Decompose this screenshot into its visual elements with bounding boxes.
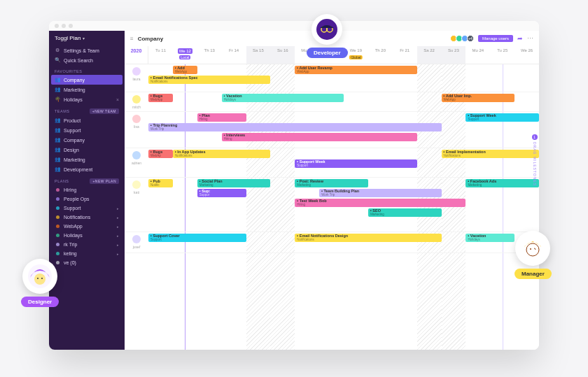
user-name: kati bbox=[134, 190, 139, 194]
task-bar[interactable]: ▪ Add User Imp.WebApp bbox=[442, 94, 515, 102]
task-bar[interactable]: ▪ Facebook AdsMarketing bbox=[465, 179, 539, 187]
sidebar-item-people-ops[interactable]: People Ops bbox=[49, 194, 125, 204]
day-header[interactable]: Su 23 bbox=[442, 46, 466, 64]
persona-manager-label: Manager bbox=[514, 269, 552, 279]
row-user[interactable]: jusef bbox=[125, 232, 148, 252]
task-bar[interactable]: ▪ VacationHolidays bbox=[465, 234, 514, 242]
task-bar[interactable]: ▪ Support CoverSupport bbox=[148, 234, 246, 242]
sidebar-item-rk-trip[interactable]: rk Trip▸ bbox=[49, 240, 125, 249]
workspace-switcher[interactable]: Toggl Plan bbox=[49, 31, 125, 45]
timeline-year[interactable]: 2020 bbox=[125, 46, 148, 64]
task-bar[interactable]: ▪ In App UpdatesNotifications bbox=[173, 150, 271, 158]
sidebar: Toggl Plan ⚙Settings & Team🔍Quick Search… bbox=[49, 31, 125, 350]
sidebar-item-hiring[interactable]: Hiring bbox=[49, 185, 125, 194]
task-bar[interactable]: ▪ Social PlanMarketing bbox=[197, 179, 271, 187]
sidebar-item-label: Support bbox=[64, 206, 81, 211]
sidebar-item-quick-search[interactable]: 🔍Quick Search bbox=[49, 55, 125, 65]
row-lane[interactable]: ▪ PubNotific▪ Social PlanMarketing▪ Post… bbox=[148, 178, 539, 232]
more-button[interactable]: ⋯ bbox=[527, 35, 533, 42]
drag-milestones-hint[interactable]: 1DRAG MILESTONES bbox=[532, 134, 538, 186]
member-avatars[interactable]: +4 bbox=[451, 35, 474, 42]
task-bar[interactable]: ▪ Test Week BobHiring bbox=[295, 199, 465, 207]
sidebar-item-holidays[interactable]: Holidays▸ bbox=[49, 231, 125, 240]
sidebar-item-support[interactable]: Support▸ bbox=[49, 204, 125, 213]
user-name: mitch bbox=[132, 105, 141, 109]
task-bar[interactable]: ▪ Email ImplementationNotifications bbox=[442, 150, 540, 158]
task-subtitle: Notific bbox=[150, 184, 171, 187]
sidebar-item-label: Hiring bbox=[64, 187, 76, 192]
task-bar[interactable]: ▪ Email Notifications SpecNotifications bbox=[148, 76, 270, 84]
sidebar-item-company[interactable]: 👥Company bbox=[49, 135, 125, 145]
day-header[interactable]: We 26 bbox=[514, 46, 539, 64]
task-bar[interactable]: ▪ BugsWebAp bbox=[148, 150, 173, 158]
day-header[interactable]: Tu 11 bbox=[148, 46, 173, 64]
task-bar[interactable]: ▪ VacationHolidays bbox=[222, 94, 344, 102]
sidebar-item-notifications[interactable]: Notifications▸ bbox=[49, 213, 125, 222]
row-user[interactable]: mitch bbox=[125, 92, 148, 111]
plan-icon bbox=[55, 215, 60, 220]
traffic-close[interactable] bbox=[55, 24, 59, 28]
task-bar[interactable]: ▪ Team Building PlanWork Trip bbox=[319, 189, 441, 197]
day-header[interactable]: Fr 14 bbox=[222, 46, 246, 64]
task-bar[interactable]: ▪ PubNotific bbox=[148, 179, 173, 187]
sidebar-item-webapp[interactable]: WebApp▸ bbox=[49, 222, 125, 231]
sidebar-item-settings-team[interactable]: ⚙Settings & Team bbox=[49, 45, 125, 55]
task-bar[interactable]: ▪ Add User RevampWebApp bbox=[295, 66, 416, 74]
row-lane[interactable]: ▪ Support CoverSupport▪ Email Notificati… bbox=[148, 232, 539, 252]
day-header[interactable]: Fr 21 bbox=[393, 46, 417, 64]
sidebar-item-holidays[interactable]: 🌴Holidays× bbox=[49, 94, 125, 104]
task-bar[interactable]: ▪ Email Notifications DesignNotification… bbox=[295, 234, 441, 242]
day-header[interactable]: Th 20 bbox=[368, 46, 393, 64]
window-titlebar bbox=[49, 21, 539, 31]
day-header[interactable]: Mo 24 bbox=[465, 46, 490, 64]
share-button[interactable]: ➦ bbox=[517, 35, 523, 42]
day-header[interactable]: Th 13 bbox=[197, 46, 222, 64]
row-lane[interactable]: ▪ BugsWebAp▪ In App UpdatesNotifications… bbox=[148, 148, 539, 177]
sidebar-item-marketing[interactable]: 👥Marketing bbox=[49, 155, 125, 164]
sidebar-item-ve-[interactable]: ve (0) bbox=[49, 258, 125, 267]
sidebar-item-support[interactable]: 👥Support bbox=[49, 125, 125, 135]
day-header[interactable]: We 12Local bbox=[173, 46, 197, 64]
task-subtitle: Holidays bbox=[224, 99, 342, 102]
sidebar-item-label: ve (0) bbox=[64, 260, 76, 265]
sidebar-item-label: Company bbox=[64, 138, 85, 143]
task-bar[interactable]: ▪ InterviewsHiring bbox=[222, 133, 417, 141]
row-user[interactable]: lisa bbox=[125, 112, 148, 148]
user-name: adrien bbox=[132, 161, 141, 165]
sidebar-item-company[interactable]: 👥Company bbox=[51, 75, 122, 85]
task-bar[interactable]: ▪ Support WeekSupport bbox=[295, 159, 416, 168]
day-header[interactable]: Tu 25 bbox=[490, 46, 514, 64]
day-header[interactable]: Sa 15 bbox=[246, 46, 271, 64]
row-user[interactable]: adrien bbox=[125, 148, 148, 177]
remove-icon[interactable]: × bbox=[116, 97, 119, 102]
task-bar[interactable]: ▪ BugsWebApp bbox=[148, 94, 173, 102]
sidebar-item-product[interactable]: 👥Product bbox=[49, 115, 125, 125]
task-bar[interactable]: ▪ Post: ReviewMarketing bbox=[295, 179, 368, 187]
manage-users-button[interactable]: Manage users bbox=[478, 35, 513, 42]
day-header[interactable]: Su 16 bbox=[270, 46, 295, 64]
row-lane[interactable]: ▪ PlanHiring▪ Support WeekSupport▪ Trip … bbox=[148, 112, 539, 148]
task-bar[interactable]: ▪ SEOMarketing bbox=[368, 208, 442, 217]
task-bar[interactable]: ▪ Trip PlanningWork Trip bbox=[148, 123, 442, 131]
row-lane[interactable]: ▪ BugsWebApp▪ VacationHolidays▪ Add User… bbox=[148, 92, 539, 111]
new-team-button[interactable]: +New Team bbox=[90, 108, 119, 114]
row-user[interactable]: kati bbox=[125, 178, 148, 232]
sidebar-item-marketing[interactable]: 👥Marketing bbox=[49, 85, 125, 94]
task-bar[interactable]: ▪ AddWebApp bbox=[173, 66, 197, 74]
task-bar[interactable]: ▪ PlanHiring bbox=[197, 113, 246, 122]
sidebar-item-keting[interactable]: keting▸ bbox=[49, 249, 125, 258]
svg-point-5 bbox=[37, 278, 38, 279]
task-bar[interactable]: ▪ Support WeekSupport bbox=[465, 113, 539, 122]
day-tag: Global bbox=[349, 55, 362, 59]
day-header[interactable]: Sa 22 bbox=[417, 46, 442, 64]
traffic-max[interactable] bbox=[69, 24, 73, 28]
plan-icon bbox=[55, 224, 60, 229]
row-lane[interactable]: ▪ AddWebApp▪ Add User RevampWebApp▪ Emai… bbox=[148, 64, 539, 92]
sidebar-item-design[interactable]: 👥Design bbox=[49, 145, 125, 155]
persona-manager: Manager bbox=[514, 231, 552, 279]
new-plan-button[interactable]: +New Plan bbox=[90, 178, 119, 184]
sidebar-item-development[interactable]: 👥Development bbox=[49, 164, 125, 174]
row-user[interactable]: laura bbox=[125, 64, 148, 92]
traffic-min[interactable] bbox=[62, 24, 66, 28]
task-bar[interactable]: ▪ Sup:Suppor bbox=[197, 189, 246, 197]
